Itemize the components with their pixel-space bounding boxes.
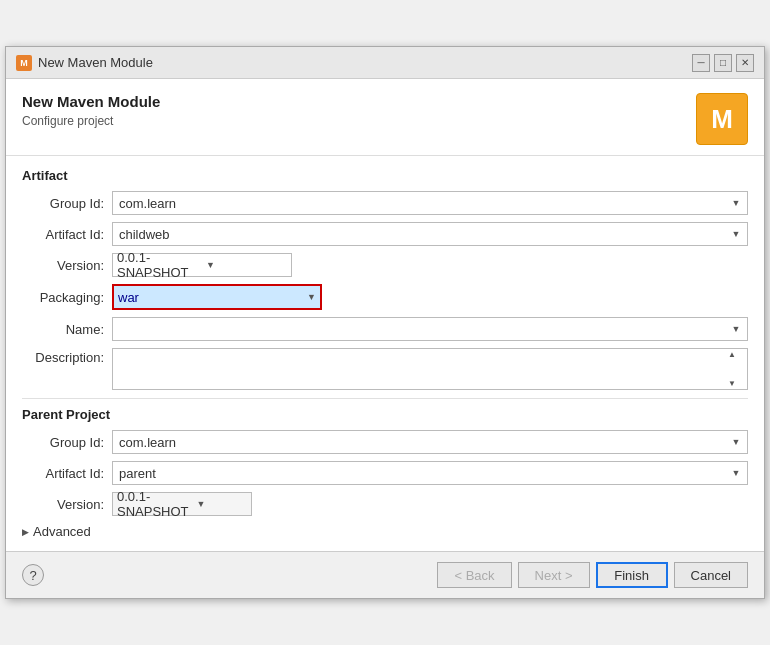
footer: ? < Back Next > Finish Cancel	[6, 551, 764, 598]
version-value: 0.0.1-SNAPSHOT	[117, 250, 198, 280]
content-area: Artifact Group Id: ▼ Artifact Id: ▼ Vers…	[6, 156, 764, 551]
maven-logo: M	[696, 93, 748, 145]
name-label: Name:	[22, 322, 112, 337]
version-row: Version: 0.0.1-SNAPSHOT ▼	[22, 253, 748, 277]
title-bar-left: M New Maven Module	[16, 55, 153, 71]
group-id-row: Group Id: ▼	[22, 191, 748, 215]
name-dropdown-arrow[interactable]: ▼	[726, 319, 746, 339]
parent-version-control: 0.0.1-SNAPSHOT ▼	[112, 492, 748, 516]
close-button[interactable]: ✕	[736, 54, 754, 72]
packaging-control: war ▼	[112, 284, 748, 310]
packaging-dropdown-arrow: ▼	[307, 292, 316, 302]
divider-1	[22, 398, 748, 399]
version-select[interactable]: 0.0.1-SNAPSHOT ▼	[112, 253, 292, 277]
title-bar-text: New Maven Module	[38, 55, 153, 70]
parent-group-id-dropdown-arrow[interactable]: ▼	[726, 432, 746, 452]
scroll-up-arrow[interactable]: ▲	[728, 350, 746, 359]
packaging-row: Packaging: war ▼	[22, 284, 748, 310]
artifact-id-label: Artifact Id:	[22, 227, 112, 242]
description-control: ▲ ▼	[112, 348, 748, 390]
parent-group-id-row: Group Id: ▼	[22, 430, 748, 454]
help-button[interactable]: ?	[22, 564, 44, 586]
footer-left: ?	[22, 564, 44, 586]
parent-version-select[interactable]: 0.0.1-SNAPSHOT ▼	[112, 492, 252, 516]
parent-version-dropdown-arrow: ▼	[197, 499, 247, 509]
packaging-value: war	[118, 290, 316, 305]
parent-version-value: 0.0.1-SNAPSHOT	[117, 489, 189, 519]
artifact-section-title: Artifact	[22, 168, 748, 183]
page-subtitle: Configure project	[22, 114, 160, 128]
group-id-label: Group Id:	[22, 196, 112, 211]
artifact-id-control: ▼	[112, 222, 748, 246]
page-title: New Maven Module	[22, 93, 160, 110]
name-row: Name: ▼	[22, 317, 748, 341]
packaging-select[interactable]: war ▼	[112, 284, 322, 310]
parent-project-section-title: Parent Project	[22, 407, 748, 422]
maximize-button[interactable]: □	[714, 54, 732, 72]
description-scrollbar[interactable]: ▲ ▼	[728, 348, 746, 390]
version-label: Version:	[22, 258, 112, 273]
parent-artifact-id-label: Artifact Id:	[22, 466, 112, 481]
header-area: New Maven Module Configure project M	[6, 79, 764, 156]
parent-group-id-input[interactable]	[112, 430, 748, 454]
version-control: 0.0.1-SNAPSHOT ▼	[112, 253, 748, 277]
parent-version-row: Version: 0.0.1-SNAPSHOT ▼	[22, 492, 748, 516]
header-text: New Maven Module Configure project	[22, 93, 160, 128]
parent-group-id-label: Group Id:	[22, 435, 112, 450]
description-label: Description:	[22, 348, 112, 365]
parent-artifact-id-row: Artifact Id: ▼	[22, 461, 748, 485]
artifact-id-dropdown-arrow[interactable]: ▼	[726, 224, 746, 244]
parent-artifact-id-control: ▼	[112, 461, 748, 485]
scroll-down-arrow[interactable]: ▼	[728, 379, 746, 388]
description-input[interactable]	[112, 348, 748, 390]
footer-right: < Back Next > Finish Cancel	[437, 562, 748, 588]
parent-group-id-control: ▼	[112, 430, 748, 454]
maven-icon: M	[16, 55, 32, 71]
cancel-button[interactable]: Cancel	[674, 562, 748, 588]
next-button[interactable]: Next >	[518, 562, 590, 588]
artifact-id-row: Artifact Id: ▼	[22, 222, 748, 246]
title-bar: M New Maven Module ─ □ ✕	[6, 47, 764, 79]
group-id-dropdown-arrow[interactable]: ▼	[726, 193, 746, 213]
title-bar-controls: ─ □ ✕	[692, 54, 754, 72]
advanced-expand-arrow: ▶	[22, 527, 29, 537]
finish-button[interactable]: Finish	[596, 562, 668, 588]
advanced-row[interactable]: ▶ Advanced	[22, 524, 748, 539]
parent-artifact-id-input[interactable]	[112, 461, 748, 485]
dialog-window: M New Maven Module ─ □ ✕ New Maven Modul…	[5, 46, 765, 599]
back-button[interactable]: < Back	[437, 562, 511, 588]
parent-artifact-id-dropdown-arrow[interactable]: ▼	[726, 463, 746, 483]
version-dropdown-arrow: ▼	[206, 260, 287, 270]
artifact-id-input[interactable]	[112, 222, 748, 246]
name-control: ▼	[112, 317, 748, 341]
minimize-button[interactable]: ─	[692, 54, 710, 72]
group-id-input[interactable]	[112, 191, 748, 215]
name-input[interactable]	[112, 317, 748, 341]
group-id-control: ▼	[112, 191, 748, 215]
advanced-label: Advanced	[33, 524, 91, 539]
parent-version-label: Version:	[22, 497, 112, 512]
packaging-label: Packaging:	[22, 290, 112, 305]
description-row: Description: ▲ ▼	[22, 348, 748, 390]
